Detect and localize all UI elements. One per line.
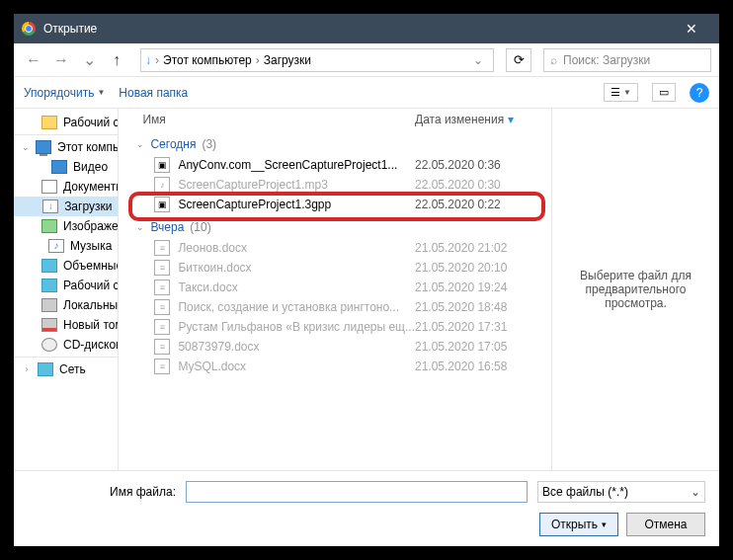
- group-header[interactable]: ⌄Вчера (10): [119, 214, 551, 238]
- sidebar-item-label: Музыка: [70, 239, 112, 253]
- file-name: Леонов.docx: [178, 241, 415, 255]
- footer: Имя файла: Все файлы (*.*)⌄ Открыть▾ Отм…: [14, 471, 719, 546]
- file-row[interactable]: ▣AnyConv.com__ScreenCaptureProject1...22…: [119, 155, 551, 175]
- filetype-select[interactable]: Все файлы (*.*)⌄: [537, 481, 705, 503]
- sidebar-item-10[interactable]: Новый том (D:): [14, 315, 118, 335]
- file-date: 21.05.2020 20:10: [415, 261, 543, 275]
- open-button[interactable]: Открыть▾: [539, 513, 618, 536]
- file-icon: ≡: [154, 299, 170, 315]
- sidebar-item-label: Этот компьютер: [57, 140, 118, 154]
- open-file-dialog: Открытие ✕ ← → ⌄ ↑ ↓ › Этот компьютер › …: [14, 14, 719, 546]
- new-folder-button[interactable]: Новая папка: [119, 86, 188, 100]
- preview-pane-button[interactable]: ▭: [652, 83, 676, 102]
- file-name: Поиск, создание и установка рингтоно...: [178, 300, 415, 314]
- icon-pc: [36, 140, 51, 154]
- icon-download: [42, 200, 58, 213]
- file-row[interactable]: ≡Рустам Гильфанов «В кризис лидеры ещ...…: [119, 317, 551, 337]
- icon-disk: [41, 298, 57, 312]
- sidebar-item-label: CD-дисковод (F:: [63, 338, 118, 352]
- sidebar-item-1[interactable]: ⌄Этот компьютер: [14, 137, 118, 157]
- col-name[interactable]: Имя: [142, 113, 415, 126]
- sidebar-item-label: Изображения: [63, 219, 118, 233]
- sidebar-item-label: Объемные объ: [63, 259, 118, 273]
- icon-cd: [41, 338, 57, 352]
- breadcrumb-current[interactable]: Загрузки: [264, 53, 311, 67]
- file-name: Биткоин.docx: [178, 261, 415, 275]
- col-date[interactable]: Дата изменения ▾: [415, 113, 543, 126]
- sidebar-item-0[interactable]: Рабочий стол: [14, 113, 118, 132]
- file-date: 22.05.2020 0:22: [415, 198, 543, 211]
- filename-input[interactable]: [186, 481, 528, 503]
- view-mode-button[interactable]: ☰▼: [604, 83, 638, 102]
- file-icon: ♪: [154, 177, 170, 193]
- file-name: AnyConv.com__ScreenCaptureProject1...: [178, 158, 415, 172]
- file-icon: ▣: [154, 197, 170, 212]
- file-date: 22.05.2020 0:36: [415, 158, 543, 172]
- sidebar-item-11[interactable]: CD-дисковод (F:: [14, 335, 118, 355]
- sidebar-item-3[interactable]: Документы: [14, 177, 118, 197]
- sidebar-item-4[interactable]: Загрузки: [14, 197, 118, 216]
- icon-doc: [41, 180, 57, 194]
- file-icon: ≡: [154, 280, 170, 295]
- organize-button[interactable]: Упорядочить▼: [24, 86, 105, 100]
- file-row[interactable]: ≡MySQL.docx21.05.2020 16:58: [119, 357, 551, 376]
- file-row[interactable]: ≡Леонов.docx21.05.2020 21:02: [119, 238, 551, 258]
- file-name: 50873979.docx: [178, 340, 415, 354]
- breadcrumb[interactable]: ↓ › Этот компьютер › Загрузки ⌄: [140, 48, 494, 72]
- chrome-icon: [22, 22, 36, 36]
- nav-back-button[interactable]: ←: [22, 48, 45, 72]
- nav-recent-dropdown[interactable]: ⌄: [77, 48, 101, 72]
- file-date: 21.05.2020 17:31: [415, 320, 543, 334]
- sidebar-item-8[interactable]: Рабочий стол: [14, 276, 118, 295]
- sidebar-item-5[interactable]: Изображения: [14, 216, 118, 236]
- sidebar-item-7[interactable]: Объемные объ: [14, 256, 118, 276]
- nav-forward-button[interactable]: →: [49, 48, 73, 72]
- refresh-button[interactable]: ⟳: [506, 48, 531, 72]
- window-title: Открытие: [43, 22, 672, 36]
- search-input[interactable]: ⌕ Поиск: Загрузки: [543, 48, 711, 72]
- file-name: MySQL.docx: [178, 360, 415, 373]
- file-name: ScreenCaptureProject1.3gpp: [178, 198, 415, 211]
- column-headers: Имя Дата изменения ▾: [119, 109, 551, 131]
- file-date: 21.05.2020 16:58: [415, 360, 543, 373]
- file-date: 21.05.2020 17:05: [415, 340, 543, 354]
- file-icon: ≡: [154, 319, 170, 335]
- location-icon: ↓: [145, 53, 151, 67]
- sidebar-item-2[interactable]: Видео: [14, 157, 118, 177]
- help-button[interactable]: ?: [690, 83, 709, 103]
- file-row[interactable]: ▣ScreenCaptureProject1.3gpp22.05.2020 0:…: [119, 195, 551, 214]
- file-date: 22.05.2020 0:30: [415, 178, 543, 192]
- sidebar-item-9[interactable]: Локальный дис: [14, 295, 118, 315]
- sidebar-item-6[interactable]: ♪Музыка: [14, 236, 118, 256]
- filename-label: Имя файла:: [28, 485, 176, 499]
- close-button[interactable]: ✕: [672, 21, 711, 37]
- file-name: Такси.docx: [178, 280, 415, 294]
- icon-disk-red: [41, 318, 57, 332]
- icon-image: [41, 219, 57, 233]
- file-row[interactable]: ≡Такси.docx21.05.2020 19:24: [119, 278, 551, 297]
- file-icon: ≡: [154, 260, 170, 276]
- file-list: Имя Дата изменения ▾ ⌄Сегодня (3)▣AnyCon…: [119, 109, 551, 470]
- cancel-button[interactable]: Отмена: [626, 513, 705, 536]
- titlebar: Открытие ✕: [14, 14, 719, 43]
- file-row[interactable]: ≡50873979.docx21.05.2020 17:05: [119, 337, 551, 357]
- sidebar-item-12[interactable]: ›Сеть: [14, 360, 118, 379]
- file-row[interactable]: ≡Биткоин.docx21.05.2020 20:10: [119, 258, 551, 278]
- breadcrumb-dropdown-icon[interactable]: ⌄: [473, 53, 489, 67]
- search-icon: ⌕: [550, 53, 557, 67]
- file-date: 21.05.2020 19:24: [415, 280, 543, 294]
- file-date: 21.05.2020 18:48: [415, 300, 543, 314]
- icon-video: [51, 160, 67, 174]
- sidebar-item-label: Видео: [73, 160, 108, 174]
- breadcrumb-root[interactable]: Этот компьютер: [163, 53, 252, 67]
- file-row[interactable]: ≡Поиск, создание и установка рингтоно...…: [119, 297, 551, 317]
- sidebar-item-label: Загрузки: [64, 200, 112, 213]
- icon-network: [38, 362, 53, 376]
- file-icon: ≡: [154, 359, 170, 374]
- preview-pane: Выберите файл для предварительного просм…: [551, 109, 719, 470]
- nav-up-button[interactable]: ↑: [105, 48, 128, 72]
- icon-folder: [41, 116, 57, 129]
- sidebar-item-label: Рабочий стол: [63, 116, 118, 129]
- group-header[interactable]: ⌄Сегодня (3): [119, 131, 551, 155]
- file-row[interactable]: ♪ScreenCaptureProject1.mp322.05.2020 0:3…: [119, 175, 551, 195]
